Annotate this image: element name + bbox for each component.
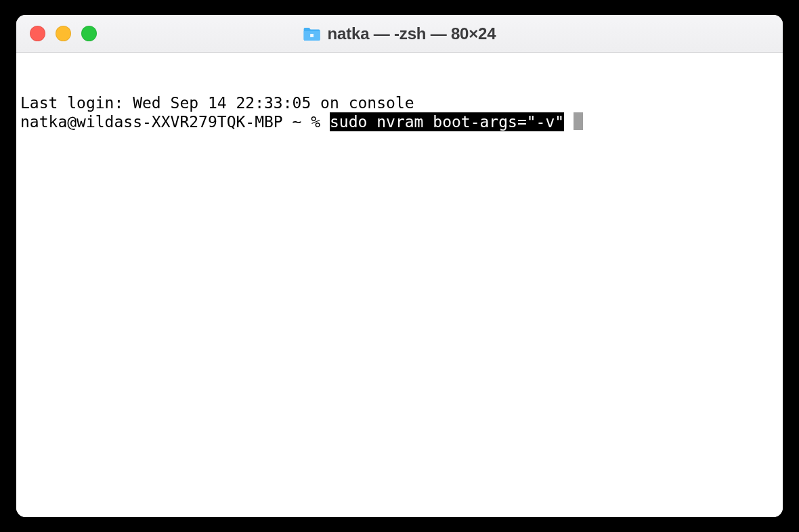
window-title: natka — -zsh — 80×24 — [328, 24, 496, 43]
title-group: natka — -zsh — 80×24 — [303, 24, 496, 43]
shell-prompt: natka@wildass-XXVR279TQK-MBP ~ % — [20, 112, 330, 131]
traffic-lights — [16, 26, 97, 41]
titlebar[interactable]: natka — -zsh — 80×24 — [16, 15, 783, 53]
close-button[interactable] — [30, 26, 45, 41]
command-input[interactable]: sudo nvram boot-args="-v" — [330, 112, 564, 131]
terminal-body[interactable]: Last login: Wed Sep 14 22:33:05 on conso… — [16, 53, 783, 517]
minimize-button[interactable] — [56, 26, 71, 41]
cursor — [574, 112, 583, 130]
last-login-line: Last login: Wed Sep 14 22:33:05 on conso… — [20, 93, 779, 112]
terminal-window: natka — -zsh — 80×24 Last login: Wed Sep… — [16, 15, 783, 517]
prompt-line: natka@wildass-XXVR279TQK-MBP ~ % sudo nv… — [20, 112, 779, 131]
folder-icon — [303, 26, 321, 41]
maximize-button[interactable] — [81, 26, 97, 41]
